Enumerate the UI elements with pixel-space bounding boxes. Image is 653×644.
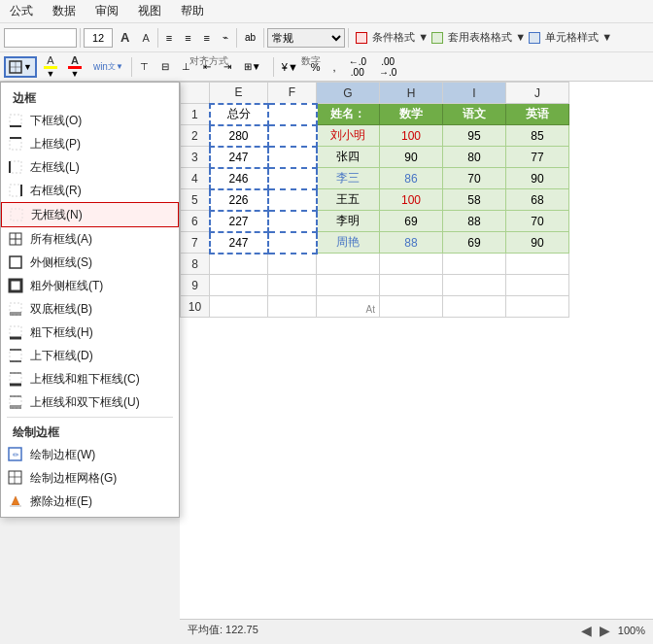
col-header-e[interactable]: E [210, 83, 268, 104]
row-header-6[interactable]: 6 [181, 211, 210, 232]
align-left-btn[interactable]: ≡ [161, 29, 177, 47]
row-header-5[interactable]: 5 [181, 189, 210, 211]
border-left-item[interactable]: 左框线(L) [1, 155, 179, 179]
cell-h5[interactable]: 100 [380, 189, 443, 211]
nav-right-btn[interactable]: ▶ [600, 623, 610, 638]
cell-i2[interactable]: 95 [443, 125, 506, 147]
decrease-decimal-btn[interactable]: .00→.0 [374, 53, 401, 81]
cell-e3[interactable]: 247 [210, 147, 268, 168]
border-thick-bottom-item[interactable]: 粗下框线(H) [1, 321, 179, 344]
cell-j5[interactable]: 68 [506, 189, 569, 211]
border-btn[interactable]: ▼ [4, 56, 37, 78]
border-top-double-bottom-item[interactable]: 上框线和双下框线(U) [1, 390, 179, 414]
cell-e4[interactable]: 246 [210, 168, 268, 189]
cell-j4[interactable]: 90 [506, 168, 569, 189]
cell-style-link[interactable]: 单元格样式 ▼ [529, 30, 612, 45]
border-none-item[interactable]: 无框线(N) [1, 202, 179, 227]
font-color-btn[interactable]: A ▼ [64, 52, 86, 81]
cell-j6[interactable]: 70 [506, 211, 569, 232]
increase-font-btn[interactable]: A [116, 27, 134, 48]
cell-i8[interactable] [443, 254, 506, 275]
cell-g9[interactable] [317, 275, 380, 296]
cell-g7[interactable]: 周艳 [317, 232, 380, 254]
cell-j10[interactable] [506, 296, 569, 318]
cell-f4[interactable] [268, 168, 317, 189]
conditional-format-link[interactable]: 条件格式 ▼ [356, 30, 429, 45]
draw-grid-item[interactable]: 绘制边框网格(G) [1, 466, 179, 490]
cell-g1[interactable]: 姓名： [317, 104, 380, 125]
cell-g2[interactable]: 刘小明 [317, 125, 380, 147]
cell-e5[interactable]: 226 [210, 189, 268, 211]
increase-decimal-btn[interactable]: ←.0.00 [344, 53, 371, 81]
cell-i7[interactable]: 69 [443, 232, 506, 254]
border-right-item[interactable]: 右框线(R) [1, 179, 179, 202]
align-top-btn[interactable]: ⊤ [135, 58, 154, 75]
erase-border-item[interactable]: 擦除边框(E) [1, 490, 179, 513]
menu-formula[interactable]: 公式 [6, 2, 37, 20]
fill-color-btn[interactable]: A ▼ [40, 52, 61, 81]
cell-g10[interactable]: At [317, 296, 380, 318]
cell-j2[interactable]: 85 [506, 125, 569, 147]
cell-e2[interactable]: 280 [210, 125, 268, 147]
cell-f5[interactable] [268, 189, 317, 211]
cell-i6[interactable]: 88 [443, 211, 506, 232]
merge-btn[interactable]: ⊞▼ [239, 58, 266, 75]
col-header-h[interactable]: H [380, 83, 443, 104]
row-header-2[interactable]: 2 [181, 125, 210, 147]
cell-i4[interactable]: 70 [443, 168, 506, 189]
row-header-4[interactable]: 4 [181, 168, 210, 189]
cell-f2[interactable] [268, 125, 317, 147]
cell-f8[interactable] [268, 254, 317, 275]
cell-g4[interactable]: 李三 [317, 168, 380, 189]
cell-h9[interactable] [380, 275, 443, 296]
menu-view[interactable]: 视图 [134, 2, 165, 20]
border-top-item[interactable]: 上框线(P) [1, 132, 179, 155]
cell-f10[interactable] [268, 296, 317, 318]
cell-h6[interactable]: 69 [380, 211, 443, 232]
border-thick-outside-item[interactable]: 粗外侧框线(T) [1, 274, 179, 297]
cell-g8[interactable] [317, 254, 380, 275]
cell-j9[interactable] [506, 275, 569, 296]
cell-f7[interactable] [268, 232, 317, 254]
border-bottom-item[interactable]: 下框线(O) [1, 109, 179, 132]
border-double-bottom-item[interactable]: 双底框线(B) [1, 297, 179, 321]
cell-i9[interactable] [443, 275, 506, 296]
align-center-btn[interactable]: ≡ [180, 29, 195, 47]
align-middle-btn[interactable]: ⊟ [156, 58, 174, 75]
cell-h8[interactable] [380, 254, 443, 275]
spreadsheet-area[interactable]: E F G H I J 1 总分 姓名： 数学 语文 英语 [180, 82, 653, 640]
row-header-8[interactable]: 8 [181, 254, 210, 275]
cell-f6[interactable] [268, 211, 317, 232]
thousand-btn[interactable]: , [328, 58, 341, 76]
align-right-btn[interactable]: ≡ [199, 29, 215, 47]
cell-h3[interactable]: 90 [380, 147, 443, 168]
cell-h10[interactable] [380, 296, 443, 318]
cell-e8[interactable] [210, 254, 268, 275]
draw-border-item[interactable]: ✏ 绘制边框(W) [1, 443, 179, 466]
win-btn[interactable]: win文▼ [88, 58, 128, 75]
table-format-link[interactable]: 套用表格格式 ▼ [431, 30, 526, 45]
cell-h2[interactable]: 100 [380, 125, 443, 147]
cell-f1[interactable] [268, 104, 317, 125]
cell-i3[interactable]: 80 [443, 147, 506, 168]
menu-review[interactable]: 审阅 [91, 2, 122, 20]
cell-e1[interactable]: 总分 [210, 104, 268, 125]
cell-j7[interactable]: 90 [506, 232, 569, 254]
col-header-j[interactable]: J [506, 83, 569, 104]
decrease-font-btn[interactable]: A [137, 29, 154, 47]
currency-btn[interactable]: ¥▼ [277, 58, 303, 76]
cell-h4[interactable]: 86 [380, 168, 443, 189]
font-name-input[interactable] [4, 28, 77, 48]
col-header-f[interactable]: F [268, 83, 317, 104]
nav-left-btn[interactable]: ◀ [581, 623, 592, 638]
cell-j8[interactable] [506, 254, 569, 275]
cell-g5[interactable]: 王五 [317, 189, 380, 211]
cell-e6[interactable]: 227 [210, 211, 268, 232]
col-header-i[interactable]: I [443, 83, 506, 104]
font-size-input[interactable]: 12 [84, 28, 113, 48]
cell-j1[interactable]: 英语 [506, 104, 569, 125]
row-header-7[interactable]: 7 [181, 232, 210, 254]
menu-data[interactable]: 数据 [49, 2, 80, 20]
cell-h7[interactable]: 88 [380, 232, 443, 254]
cell-h1[interactable]: 数学 [380, 104, 443, 125]
